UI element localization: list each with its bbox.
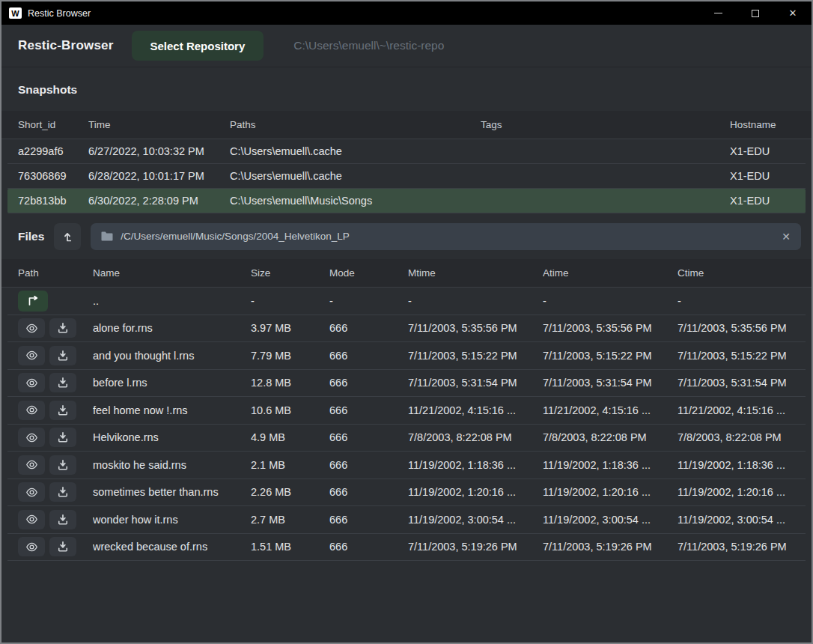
- view-file-button[interactable]: [18, 373, 45, 392]
- open-parent-directory-button[interactable]: [18, 291, 48, 312]
- file-size: 2.26 MB: [251, 486, 329, 498]
- download-file-button[interactable]: [49, 537, 76, 556]
- eye-icon: [25, 460, 39, 470]
- files-bar: Files /C/Users/emuell/Music/Songs/2004_H…: [1, 213, 812, 259]
- file-size: 2.1 MB: [251, 459, 329, 471]
- file-mode: 666: [329, 322, 408, 334]
- level-up-button[interactable]: [54, 223, 81, 250]
- titlebar-left: W Restic Browser: [1, 7, 699, 19]
- snapshot-hostname: X1-EDU: [730, 195, 806, 207]
- download-icon: [58, 432, 68, 443]
- file-mtime: 11/19/2002, 1:20:16 ...: [408, 486, 543, 498]
- file-atime: 11/19/2002, 1:18:36 ...: [543, 459, 678, 471]
- file-row: moskito he said.rns 2.1 MB 666 11/19/200…: [7, 452, 806, 479]
- file-mode: 666: [329, 350, 408, 362]
- snapshot-hostname: X1-EDU: [730, 145, 806, 157]
- view-file-button[interactable]: [18, 401, 45, 420]
- file-ctime: 7/8/2003, 8:22:08 PM: [678, 431, 806, 443]
- maximize-icon: [752, 10, 759, 17]
- eye-icon: [25, 487, 39, 497]
- view-file-button[interactable]: [18, 318, 45, 338]
- file-row: feel home now !.rns 10.6 MB 666 11/21/20…: [7, 397, 806, 425]
- empty-area: [1, 561, 812, 643]
- files-table-header: Path Name Size Mode Mtime Atime Ctime: [1, 259, 812, 288]
- eye-icon: [25, 378, 39, 388]
- window-title: Restic Browser: [28, 8, 91, 19]
- file-mtime: 7/11/2003, 5:35:56 PM: [408, 322, 543, 334]
- eye-icon: [25, 323, 39, 333]
- eye-icon: [25, 433, 39, 443]
- download-icon: [58, 487, 68, 497]
- view-file-button[interactable]: [18, 537, 45, 556]
- view-file-button[interactable]: [18, 482, 45, 502]
- file-mtime: 7/11/2003, 5:15:22 PM: [408, 350, 543, 362]
- file-name: sometimes better than.rns: [93, 486, 251, 498]
- column-name: Name: [93, 267, 251, 279]
- snapshot-paths: C:\Users\emuell\.cache: [230, 170, 481, 182]
- file-ctime: 7/11/2003, 5:35:56 PM: [678, 322, 806, 334]
- file-name: alone for.rns: [93, 322, 251, 334]
- download-file-button[interactable]: [49, 455, 76, 475]
- restic-browser-window: W Restic Browser ✕ Restic-Browser Select…: [0, 0, 813, 644]
- download-icon: [58, 323, 68, 333]
- file-ctime: 11/19/2002, 1:18:36 ...: [678, 459, 806, 471]
- files-table: .. - - - - - alone for.rns 3.97 MB 666 7…: [7, 288, 806, 561]
- file-size: 2.7 MB: [251, 514, 329, 526]
- snapshot-row-selected[interactable]: 72b813bb 6/30/2022, 2:28:09 PM C:\Users\…: [7, 189, 806, 213]
- download-file-button[interactable]: [49, 428, 76, 447]
- file-atime: 7/11/2003, 5:31:54 PM: [543, 377, 678, 389]
- parent-directory-row: .. - - - - -: [7, 288, 806, 315]
- file-mtime: 7/11/2003, 5:31:54 PM: [408, 377, 543, 389]
- snapshot-row[interactable]: a2299af6 6/27/2022, 10:03:32 PM C:\Users…: [7, 139, 806, 164]
- file-ctime: -: [678, 295, 806, 307]
- view-file-button[interactable]: [18, 455, 45, 475]
- view-file-button[interactable]: [18, 346, 45, 365]
- download-icon: [58, 460, 68, 470]
- download-file-button[interactable]: [49, 510, 76, 529]
- files-heading: Files: [18, 230, 44, 243]
- file-mode: 666: [329, 486, 408, 498]
- file-row: wrecked because of.rns 1.51 MB 666 7/11/…: [7, 534, 806, 562]
- download-file-button[interactable]: [49, 401, 76, 420]
- file-row: and you thought l.rns 7.79 MB 666 7/11/2…: [7, 342, 806, 370]
- clear-path-icon[interactable]: ✕: [782, 231, 791, 243]
- view-file-button[interactable]: [18, 510, 45, 529]
- file-mode: 666: [329, 377, 408, 389]
- snapshots-heading: Snapshots: [1, 67, 812, 111]
- enter-parent-icon: [27, 296, 40, 306]
- close-button[interactable]: ✕: [774, 1, 812, 25]
- file-atime: 11/19/2002, 3:00:54 ...: [543, 514, 678, 526]
- file-mtime: 7/11/2003, 5:19:26 PM: [408, 541, 543, 553]
- eye-icon: [25, 405, 39, 415]
- snapshot-row[interactable]: 76306869 6/28/2022, 10:01:17 PM C:\Users…: [7, 164, 806, 189]
- current-path-input[interactable]: /C/Users/emuell/Music/Songs/2004_Helveti…: [91, 223, 801, 250]
- download-file-button[interactable]: [49, 318, 76, 338]
- column-tags: Tags: [481, 119, 730, 130]
- file-atime: 7/11/2003, 5:19:26 PM: [543, 541, 678, 553]
- download-icon: [58, 377, 68, 388]
- file-row: wonder how it.rns 2.7 MB 666 11/19/2002,…: [7, 506, 806, 534]
- snapshots-table-header: Short_id Time Paths Tags Hostname: [1, 111, 812, 139]
- download-file-button[interactable]: [49, 373, 76, 392]
- column-mode: Mode: [329, 267, 408, 279]
- view-file-button[interactable]: [18, 428, 45, 447]
- close-icon: ✕: [789, 7, 797, 19]
- column-path: Path: [18, 267, 93, 279]
- file-name: and you thought l.rns: [93, 350, 251, 362]
- file-row: sometimes better than.rns 2.26 MB 666 11…: [7, 479, 806, 507]
- download-file-button[interactable]: [49, 346, 76, 365]
- minimize-button[interactable]: [699, 1, 737, 25]
- snapshot-short-id: 72b813bb: [18, 195, 88, 207]
- file-name: Helvikone.rns: [93, 431, 251, 443]
- maximize-button[interactable]: [737, 1, 774, 25]
- file-atime: -: [543, 295, 678, 307]
- download-icon: [58, 514, 68, 525]
- file-size: 7.79 MB: [251, 350, 329, 362]
- select-repository-button[interactable]: Select Repository: [132, 31, 264, 61]
- minimize-icon: [714, 13, 722, 14]
- download-file-button[interactable]: [49, 482, 76, 502]
- file-size: 1.51 MB: [251, 541, 329, 553]
- file-name: wonder how it.rns: [93, 514, 251, 526]
- file-atime: 11/19/2002, 1:20:16 ...: [543, 486, 678, 498]
- repository-path: C:\Users\emuell\~\restic-repo: [293, 39, 444, 52]
